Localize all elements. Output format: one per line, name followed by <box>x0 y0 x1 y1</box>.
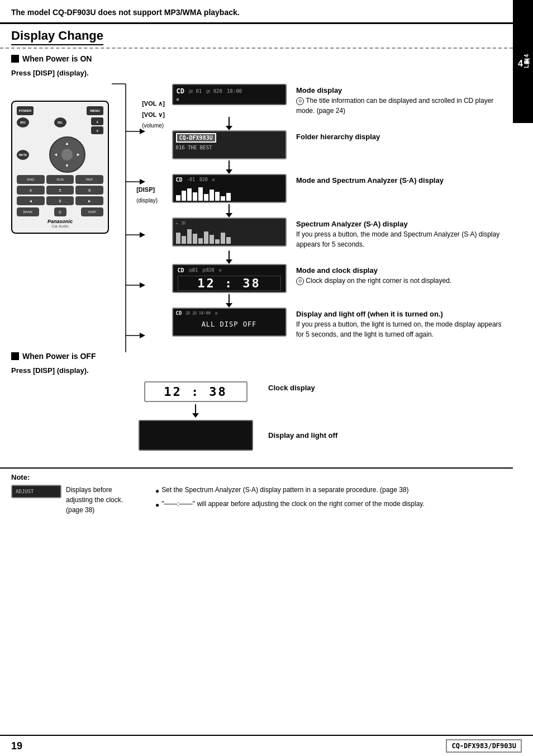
note-content: ADJUST Displays before adjusting the clo… <box>11 485 502 515</box>
menu-btn[interactable]: MENU <box>87 106 103 115</box>
screen-row-1: CD 訓 01 訓 020 18:00 <box>168 84 502 116</box>
v-line-5 <box>229 294 230 303</box>
note-section: Note: ADJUST Displays before adjusting t… <box>0 467 513 515</box>
btn-7[interactable]: ◄ <box>17 196 45 205</box>
screens-area: CD 訓 01 訓 020 18:00 <box>168 84 502 341</box>
power-off-desc: Clock display Display and light off <box>268 381 337 451</box>
nav-wheel[interactable]: ▲ ◄ ► ▼ <box>49 136 85 173</box>
bracket-arrow-svg <box>109 78 176 358</box>
num-grid: RND SCN REP 4 5 6 ◄ 8 ► <box>17 175 103 205</box>
btn-8[interactable]: 8 <box>46 196 74 205</box>
btn-scan[interactable]: SCN <box>46 175 74 184</box>
mode-display-title: Mode display <box>296 86 502 94</box>
v-line-4 <box>229 251 230 259</box>
screen-row-3: CD -01 020 ⊙ <box>168 174 502 203</box>
section-title-area: Display Change <box>0 24 513 49</box>
btn-rep[interactable]: REP <box>75 175 103 184</box>
circle-icon: ⊙ <box>296 97 304 105</box>
nav-left[interactable]: ◄ <box>50 149 61 160</box>
svg-marker-10 <box>140 282 145 288</box>
mode-clock-text: ⊙ Clock display on the right corner is n… <box>296 276 502 286</box>
nav-down[interactable]: ▼ <box>61 160 73 172</box>
bar-8 <box>215 192 220 201</box>
page-number: 19 <box>11 740 22 752</box>
adjust-screen-text: ADJUST <box>16 489 34 494</box>
screen1-time2: 18:00 <box>227 88 242 94</box>
svg-marker-9 <box>140 232 145 238</box>
sel-btn[interactable]: SEL <box>54 117 66 127</box>
note-right: ● Set the Spectrum Analyzer (S·A) displa… <box>155 485 502 513</box>
arrow-4 <box>168 251 502 264</box>
arrow-3 <box>168 204 502 218</box>
v-arrow-4 <box>226 259 232 264</box>
btn-rand[interactable]: RND <box>17 175 45 184</box>
mute-btn[interactable]: MUTE <box>17 150 29 160</box>
mode-screen-display: CD 訓 01 訓 020 18:00 <box>172 84 287 105</box>
btn-6[interactable]: 6 <box>75 186 103 195</box>
top-warning: The model CQ-DF903U does not support MP3… <box>0 0 513 24</box>
note-title: Note: <box>11 473 502 481</box>
btn-4[interactable]: 4 <box>17 186 45 195</box>
screen-5: CD 訓01 訓020 ⊙ 12 : 38 <box>168 264 291 293</box>
folder-highlight-box: CQ-DFX983U <box>176 133 216 143</box>
page-container: 英文LS-4 4 The model CQ-DF903U does not su… <box>0 0 533 756</box>
screen-row-4: ⇐ 訓 <box>168 218 502 249</box>
spectrum-only-title: Spectrum Analyzer (S·A) display <box>296 220 502 228</box>
disp-btn[interactable]: DISP <box>81 207 103 216</box>
screen1-sub: ◉ <box>177 97 282 102</box>
vol-down-btn[interactable]: ∨ <box>91 126 103 134</box>
bar-1 <box>176 195 180 201</box>
screen-row-2: CQ-DFX983U 016 THE BEST Folder hierarchy… <box>168 130 502 159</box>
nav-center[interactable] <box>61 149 73 160</box>
subsection1-title: When Power is ON <box>11 54 502 63</box>
screen-3: CD -01 020 ⊙ <box>168 174 291 203</box>
v-arrow-1 <box>226 126 232 130</box>
clock-off-col: 12 : 38 <box>134 381 257 451</box>
bank-btn[interactable]: BANK <box>17 207 39 216</box>
v-line-2 <box>229 160 230 169</box>
screen-row-6: CD 訓 訓 18:00 ⊙ ALL DISP OFF Display and … <box>168 308 502 339</box>
v-arrow-3 <box>226 213 232 218</box>
screen1-time1: 訓 020 <box>206 88 222 94</box>
side-tab-text: 英文LS-4 <box>523 54 531 69</box>
note-left: ADJUST Displays before adjusting the clo… <box>11 485 139 515</box>
subsection2-icon <box>11 352 19 360</box>
nav-right[interactable]: ► <box>73 149 84 160</box>
clock-circle-icon: ⊙ <box>296 277 304 285</box>
power-off-section: When Power is OFF Press [DISP] (display)… <box>11 352 502 451</box>
clock-off-screen: 12 : 38 <box>144 381 248 402</box>
spectrum-bars-2 <box>176 228 283 244</box>
desc-3: Mode and Spectrum Analyzer (S·A) display <box>291 174 502 185</box>
screen-1: CD 訓 01 訓 020 18:00 <box>168 84 291 105</box>
desc-5: Mode and clock display ⊙ Clock display o… <box>291 264 502 286</box>
bullet-dot-2: ● <box>155 500 159 511</box>
side-tab: 英文LS-4 4 <box>513 0 533 123</box>
left-col: POWER MENU SRC SEL ∧ ∨ MUTE <box>11 84 117 234</box>
source-btn[interactable]: SRC <box>17 117 29 127</box>
main-content: When Power is ON Press [DISP] (display).… <box>0 49 513 456</box>
power-off-layout: 12 : 38 Clock display Display and light … <box>134 381 502 451</box>
alldisp-text: ALL DISP OFF <box>176 320 283 328</box>
adjust-text: Displays before adjusting the clock. (pa… <box>66 485 139 515</box>
btn-9[interactable]: ► <box>75 196 103 205</box>
btn-0[interactable]: 0 <box>54 207 66 216</box>
bar-3 <box>187 188 192 201</box>
press-instruction-1: Press [DISP] (display). <box>11 69 502 77</box>
bar-2 <box>182 191 186 201</box>
screen-4: ⇐ 訓 <box>168 218 291 247</box>
bar-10 <box>226 193 231 201</box>
vol-up-btn[interactable]: ∧ <box>91 117 103 125</box>
spectrum-only-display: ⇐ 訓 <box>172 218 287 247</box>
folder-screen-display: CQ-DFX983U 016 THE BEST <box>172 130 287 159</box>
mode-clock-title: Mode and clock display <box>296 266 502 275</box>
btn-5[interactable]: 5 <box>46 186 74 195</box>
spectrum-bars <box>176 185 283 201</box>
v-line-3 <box>229 204 230 213</box>
mute-label: [MUTE] <box>0 116 1 123</box>
nav-up[interactable]: ▲ <box>61 138 73 149</box>
power-btn[interactable]: POWER <box>17 106 34 115</box>
note-bullet-1: ● Set the Spectrum Analyzer (S·A) displa… <box>155 485 502 497</box>
adjust-screen: ADJUST <box>11 485 61 498</box>
screen-row-5: CD 訓01 訓020 ⊙ 12 : 38 <box>168 264 502 293</box>
display-light-off-title: Display and light off (when it is turned… <box>296 310 502 318</box>
